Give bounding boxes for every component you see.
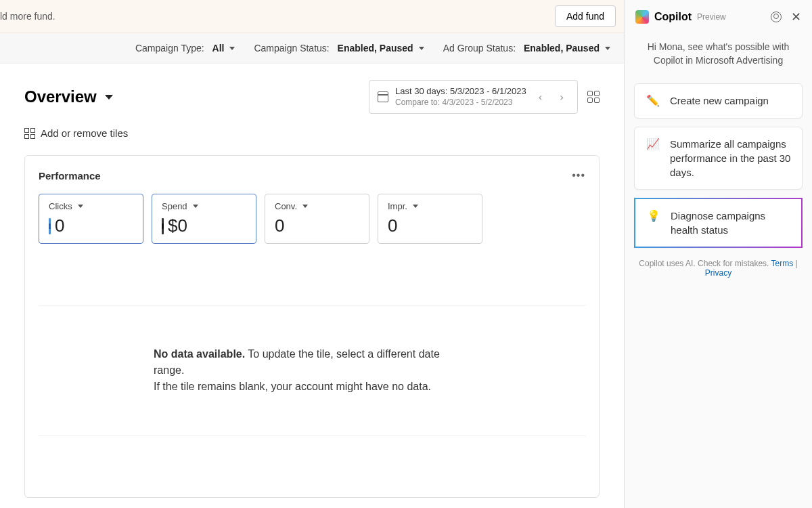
performance-title: Performance <box>39 170 101 182</box>
suggestion-text: Create new campaign <box>670 93 769 108</box>
persona-button[interactable] <box>771 12 782 22</box>
filters-row: Campaign Type: All Campaign Status: Enab… <box>0 33 624 64</box>
add-remove-tiles-button[interactable]: Add or remove tiles <box>24 127 600 139</box>
main-area: ld more fund. Add fund Campaign Type: Al… <box>0 0 624 508</box>
date-range-text: Last 30 days: 5/3/2023 - 6/1/2023 <box>395 86 526 98</box>
add-fund-button[interactable]: Add fund <box>555 5 616 27</box>
copilot-suggestion-card[interactable]: ✏️Create new campaign <box>634 83 803 119</box>
bulb-icon: 💡 <box>646 209 661 224</box>
chevron-down-icon <box>419 47 424 50</box>
metric-bar-icon <box>162 218 164 234</box>
campaign-status-filter[interactable]: Campaign Status: Enabled, Paused <box>254 43 424 54</box>
performance-card: Performance ••• Clicks0Spend$0Conv.0Impr… <box>24 155 600 498</box>
chevron-down-icon <box>605 47 610 50</box>
metric-value: 0 <box>55 215 64 236</box>
compare-text: Compare to: 4/3/2023 - 5/2/2023 <box>395 98 526 108</box>
card-menu-button[interactable]: ••• <box>572 169 585 182</box>
metric-bar-icon <box>49 218 51 234</box>
copilot-footer: Copilot uses AI. Check for mistakes. Ter… <box>625 248 812 289</box>
overview-header-row: Overview Last 30 days: 5/3/2023 - 6/1/20… <box>24 80 600 114</box>
pencil-icon: ✏️ <box>646 93 660 108</box>
top-right-controls: Last 30 days: 5/3/2023 - 6/1/2023 Compar… <box>369 80 600 114</box>
chevron-down-icon <box>193 205 198 208</box>
chevron-down-icon <box>413 205 418 208</box>
no-data-message: No data available. To update the tile, s… <box>39 305 585 436</box>
suggestion-text: Summarize all campaigns performance in t… <box>670 137 791 179</box>
chevron-down-icon <box>105 95 113 100</box>
preview-badge: Preview <box>697 12 726 22</box>
metric-clicks[interactable]: Clicks0 <box>39 194 143 244</box>
chart-icon: 📈 <box>646 137 660 152</box>
date-next-button[interactable]: › <box>554 91 569 104</box>
tiles-icon <box>24 128 35 139</box>
chevron-down-icon <box>302 205 308 208</box>
suggestion-text: Diagnose campaigns health status <box>671 209 790 237</box>
layout-grid-button[interactable] <box>587 91 600 103</box>
campaign-type-filter[interactable]: Campaign Type: All <box>135 43 235 54</box>
metric-impr[interactable]: Impr.0 <box>378 194 482 244</box>
metric-spend[interactable]: Spend$0 <box>152 194 256 244</box>
date-prev-button[interactable]: ‹ <box>533 91 548 104</box>
copilot-panel: Copilot Preview ✕ Hi Mona, see what's po… <box>624 0 812 508</box>
chevron-down-icon <box>229 47 235 50</box>
metric-value: 0 <box>388 215 397 236</box>
date-range-picker[interactable]: Last 30 days: 5/3/2023 - 6/1/2023 Compar… <box>369 80 578 114</box>
metric-value: $0 <box>168 215 187 236</box>
chevron-down-icon <box>78 205 83 208</box>
fund-banner: ld more fund. Add fund <box>0 0 624 33</box>
copilot-suggestions: ✏️Create new campaign📈Summarize all camp… <box>625 83 812 248</box>
copilot-suggestion-card[interactable]: 💡Diagnose campaigns health status <box>634 198 803 248</box>
close-icon[interactable]: ✕ <box>791 9 801 24</box>
terms-link[interactable]: Terms <box>771 259 794 268</box>
page-title: Overview <box>24 87 97 106</box>
copilot-greeting: Hi Mona, see what's possible with Copilo… <box>625 34 812 83</box>
adgroup-status-filter[interactable]: Ad Group Status: Enabled, Paused <box>443 43 610 54</box>
copilot-title: Copilot <box>654 11 692 23</box>
metrics-row: Clicks0Spend$0Conv.0Impr.0 <box>39 194 585 244</box>
content-area: Overview Last 30 days: 5/3/2023 - 6/1/20… <box>0 64 624 508</box>
copilot-header: Copilot Preview ✕ <box>625 0 812 34</box>
calendar-icon <box>378 91 388 102</box>
metric-value: 0 <box>275 215 284 236</box>
privacy-link[interactable]: Privacy <box>705 268 731 278</box>
copilot-suggestion-card[interactable]: 📈Summarize all campaigns performance in … <box>634 127 803 190</box>
metric-conv[interactable]: Conv.0 <box>265 194 369 244</box>
banner-text: ld more fund. <box>0 11 55 22</box>
copilot-logo-icon <box>635 10 649 24</box>
overview-dropdown[interactable]: Overview <box>24 87 113 106</box>
